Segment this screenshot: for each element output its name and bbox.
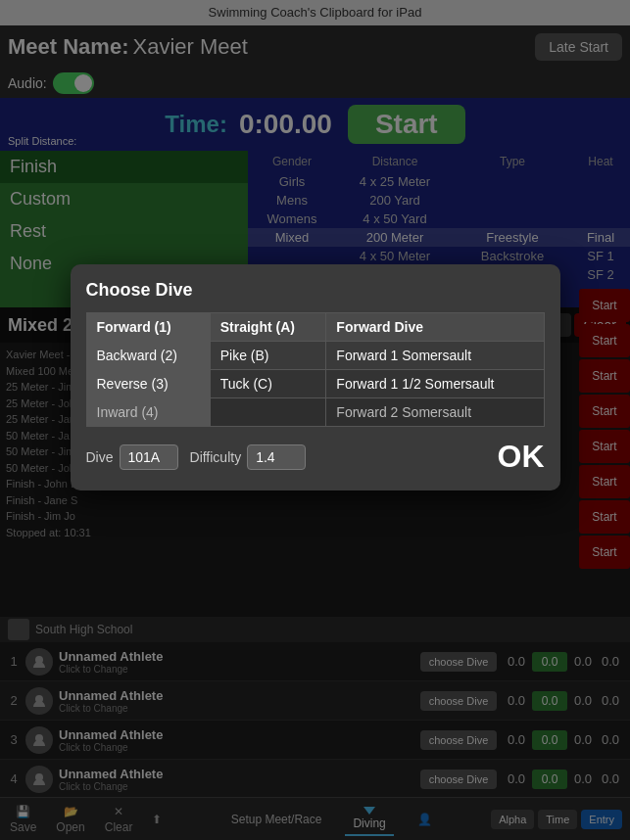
dive-cell-0-1[interactable]: Straight (A)	[210, 313, 326, 342]
dive-cell-1-2[interactable]: Forward 1 Somersault	[326, 342, 544, 370]
dive-input-label: Dive	[86, 449, 114, 465]
modal-bottom: Dive Difficulty OK	[86, 439, 545, 475]
choose-dive-modal: Choose Dive Forward (1) Straight (A) For…	[71, 264, 560, 490]
dive-cell-1-1[interactable]: Pike (B)	[210, 342, 326, 370]
dive-table-row-3: Inward (4) Forward 2 Somersault	[86, 398, 544, 427]
dive-cell-2-1[interactable]: Tuck (C)	[210, 370, 326, 398]
dive-cell-0-0[interactable]: Forward (1)	[86, 313, 210, 342]
dive-table-row-2: Reverse (3) Tuck (C) Forward 1 1/2 Somer…	[86, 370, 544, 398]
dive-cell-3-1[interactable]	[210, 398, 326, 427]
modal-title: Choose Dive	[86, 280, 545, 301]
dive-input[interactable]	[120, 444, 178, 470]
difficulty-input-group: Difficulty	[190, 444, 307, 470]
dive-cell-2-0[interactable]: Reverse (3)	[86, 370, 210, 398]
dive-input-group: Dive	[86, 444, 178, 470]
dive-table-row-0: Forward (1) Straight (A) Forward Dive	[86, 313, 544, 342]
dive-cell-3-0[interactable]: Inward (4)	[86, 398, 210, 427]
difficulty-input[interactable]	[247, 444, 306, 470]
modal-overlay: Choose Dive Forward (1) Straight (A) For…	[0, 0, 630, 840]
ok-button[interactable]: OK	[498, 439, 545, 475]
dive-cell-3-2[interactable]: Forward 2 Somersault	[326, 398, 544, 427]
dive-table-row-1: Backward (2) Pike (B) Forward 1 Somersau…	[86, 342, 544, 370]
dive-cell-2-2[interactable]: Forward 1 1/2 Somersault	[326, 370, 544, 398]
dive-cell-1-0[interactable]: Backward (2)	[86, 342, 210, 370]
dive-table: Forward (1) Straight (A) Forward Dive Ba…	[86, 312, 545, 427]
difficulty-label: Difficulty	[190, 449, 242, 465]
dive-cell-0-2[interactable]: Forward Dive	[326, 313, 544, 342]
